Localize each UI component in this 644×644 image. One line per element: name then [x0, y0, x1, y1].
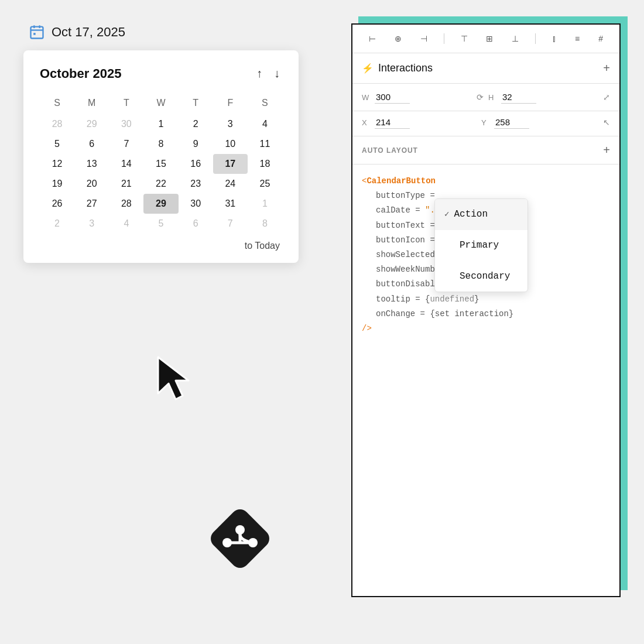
- calendar-day[interactable]: 29: [143, 194, 178, 214]
- git-logo: [211, 509, 269, 568]
- calendar-day[interactable]: 5: [40, 134, 74, 154]
- w-label: W: [362, 93, 371, 102]
- dropdown-item-primary[interactable]: Primary: [435, 230, 527, 261]
- wh-row: W ⟳ H ⤢: [352, 84, 619, 111]
- calendar-day[interactable]: 7: [213, 214, 248, 234]
- height-input[interactable]: [501, 91, 536, 104]
- calendar-day[interactable]: 6: [179, 214, 213, 234]
- position-icon[interactable]: ↖: [603, 118, 610, 127]
- width-input[interactable]: [375, 91, 410, 104]
- calendar-week-1: 567891011: [40, 134, 282, 154]
- align-bottom-icon[interactable]: ⊥: [509, 33, 521, 44]
- toolbar-sep-2: [535, 33, 536, 44]
- align-left-icon[interactable]: ⊢: [366, 33, 378, 44]
- calendar-day[interactable]: 6: [74, 134, 109, 154]
- calendar-day[interactable]: 4: [109, 214, 143, 234]
- calendar-day[interactable]: 29: [74, 114, 109, 134]
- code-component-name: CalendarButton: [366, 174, 436, 189]
- weekday-s2: S: [248, 94, 282, 114]
- prop-onchange: onChange =: [376, 307, 430, 321]
- calendar-header-icon: [28, 23, 46, 41]
- link-dims-icon[interactable]: ⟳: [477, 93, 484, 102]
- svg-rect-4: [33, 33, 36, 35]
- to-today-row: to Today: [40, 241, 282, 251]
- panel-inner: ⊢ ⊕ ⊣ ⊤ ⊞ ⊥ ⫿ ≡ # ⚡ Interactions + W: [352, 25, 619, 596]
- constrain-icon[interactable]: ⤢: [603, 93, 610, 102]
- calendar-day[interactable]: 21: [109, 174, 143, 194]
- calendar-day[interactable]: 8: [248, 214, 282, 234]
- toolbar-sep-1: [444, 33, 444, 44]
- calendar-day[interactable]: 12: [40, 154, 74, 174]
- y-group: Y: [481, 116, 596, 129]
- calendar-day[interactable]: 27: [74, 194, 109, 214]
- code-line-close: />: [362, 321, 610, 336]
- x-input[interactable]: [375, 116, 410, 129]
- header-date-text: Oct 17, 2025: [52, 25, 125, 40]
- calendar-day[interactable]: 3: [213, 114, 248, 134]
- align-right-icon[interactable]: ⊣: [418, 33, 430, 44]
- code-line-tooltip: tooltip = {undefined}: [362, 292, 610, 307]
- grid-icon[interactable]: #: [596, 33, 605, 44]
- calendar-day[interactable]: 4: [248, 114, 282, 134]
- calendar-day[interactable]: 30: [179, 194, 213, 214]
- calendar-day[interactable]: 30: [109, 114, 143, 134]
- code-close-tag: />: [362, 321, 372, 336]
- calendar-day[interactable]: 15: [143, 154, 178, 174]
- calendar-day[interactable]: 24: [213, 174, 248, 194]
- calendar-day[interactable]: 16: [179, 154, 213, 174]
- calendar-day[interactable]: 7: [109, 134, 143, 154]
- date-header: Oct 17, 2025: [28, 23, 310, 41]
- align-top-icon[interactable]: ⊤: [458, 33, 470, 44]
- calendar-day[interactable]: 18: [248, 154, 282, 174]
- h-label: H: [488, 93, 498, 102]
- code-tag-bracket: <: [362, 174, 366, 189]
- prev-month-button[interactable]: ↑: [254, 64, 265, 83]
- calendar-day[interactable]: 13: [74, 154, 109, 174]
- weekdays-row: S M T W T F S: [40, 94, 282, 114]
- calendar-day[interactable]: 5: [143, 214, 178, 234]
- add-autolayout-button[interactable]: +: [603, 143, 610, 157]
- calendar-day[interactable]: 19: [40, 174, 74, 194]
- calendar-day[interactable]: 10: [213, 134, 248, 154]
- prop-tooltip: tooltip =: [376, 292, 425, 307]
- prop-buttonicon: buttonIcon =: [376, 233, 440, 248]
- calendar-day[interactable]: 20: [74, 174, 109, 194]
- calendar-day[interactable]: 11: [248, 134, 282, 154]
- calendar-day[interactable]: 8: [143, 134, 178, 154]
- calendar-day[interactable]: 26: [40, 194, 74, 214]
- calendar-day[interactable]: 1: [248, 194, 282, 214]
- autolayout-row: AUTO LAYOUT +: [352, 136, 619, 165]
- calendar-grid: S M T W T F S 28293012345678910111213141…: [40, 94, 282, 234]
- dropdown-item-action[interactable]: ✓ Action: [435, 199, 527, 230]
- dropdown-item-secondary[interactable]: Secondary: [435, 261, 527, 292]
- svg-rect-0: [31, 27, 43, 39]
- onchange-value: set interaction: [435, 307, 509, 321]
- calendar-day[interactable]: 22: [143, 174, 178, 194]
- buttontype-dropdown[interactable]: ✓ Action Primary Secondary: [434, 198, 528, 292]
- calendar-day[interactable]: 3: [74, 214, 109, 234]
- to-today-button[interactable]: to Today: [245, 241, 280, 251]
- distribute-h-icon[interactable]: ⫿: [550, 33, 559, 44]
- calendar-day[interactable]: 25: [248, 174, 282, 194]
- calendar-day[interactable]: 2: [40, 214, 74, 234]
- svg-marker-5: [158, 357, 189, 399]
- align-center-v-icon[interactable]: ⊞: [484, 33, 495, 44]
- next-month-button[interactable]: ↓: [272, 64, 282, 83]
- calendar-day[interactable]: 14: [109, 154, 143, 174]
- y-input[interactable]: [494, 116, 529, 129]
- distribute-v-icon[interactable]: ≡: [573, 33, 582, 44]
- calendar-day[interactable]: 1: [143, 114, 178, 134]
- calendar-day[interactable]: 28: [109, 194, 143, 214]
- calendar-day[interactable]: 17: [213, 154, 248, 174]
- add-interaction-button[interactable]: +: [603, 61, 610, 75]
- calendar-day[interactable]: 9: [179, 134, 213, 154]
- calendar-nav: October 2025 ↑ ↓: [40, 64, 282, 83]
- align-center-h-icon[interactable]: ⊕: [392, 33, 404, 44]
- y-label: Y: [481, 118, 491, 127]
- x-label: X: [362, 118, 371, 127]
- calendar-day[interactable]: 2: [179, 114, 213, 134]
- calendar-day[interactable]: 31: [213, 194, 248, 214]
- calendar-day[interactable]: 28: [40, 114, 74, 134]
- calendar-day[interactable]: 23: [179, 174, 213, 194]
- calendar-week-3: 19202122232425: [40, 174, 282, 194]
